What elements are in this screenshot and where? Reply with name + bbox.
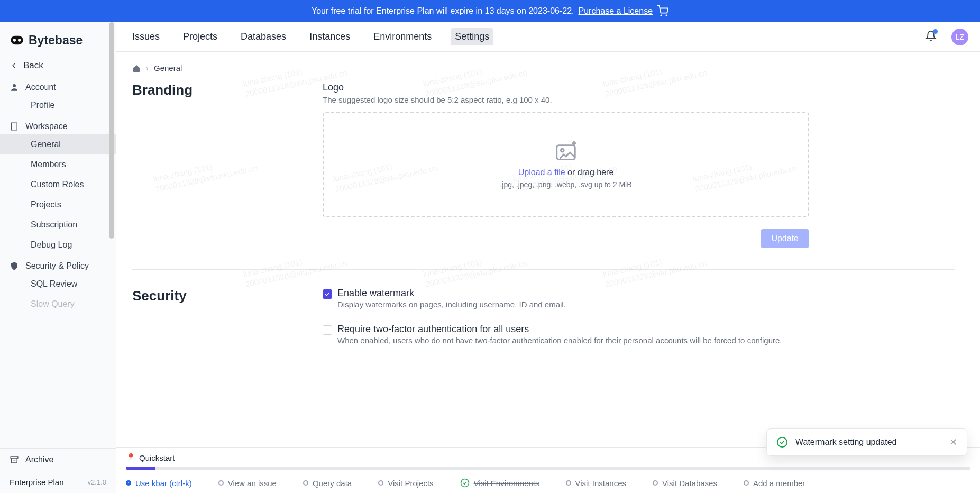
- sidebar-item-profile[interactable]: Profile: [0, 95, 116, 115]
- twofa-help: When enabled, users who do not have two-…: [337, 336, 782, 345]
- trial-text: Your free trial for Enterprise Plan will…: [312, 6, 574, 16]
- bytebase-logo-icon: [10, 33, 24, 48]
- quickstart-title: Quickstart: [139, 453, 175, 462]
- trial-banner: Your free trial for Enterprise Plan will…: [0, 0, 980, 22]
- svg-point-3: [13, 39, 16, 41]
- sidebar-section-account[interactable]: Account: [0, 76, 116, 95]
- svg-point-4: [18, 39, 21, 41]
- notification-dot-icon: [933, 29, 938, 34]
- sidebar-item-members[interactable]: Members: [0, 154, 116, 175]
- building-icon: [10, 122, 19, 131]
- topnav-instances[interactable]: Instances: [305, 28, 354, 45]
- breadcrumb: › General: [132, 63, 955, 72]
- security-heading: Security: [132, 288, 291, 304]
- shield-icon: [10, 261, 19, 271]
- logo-dropzone[interactable]: Upload a file or drag here .jpg, .jpeg, …: [323, 112, 809, 217]
- sidebar: Bytebase Back Account Profile Workspace …: [0, 22, 116, 493]
- dropzone-text: Upload a file or drag here: [518, 168, 614, 177]
- svg-point-1: [666, 15, 667, 16]
- user-icon: [10, 83, 19, 92]
- breadcrumb-current: General: [154, 63, 182, 72]
- sidebar-scrollbar[interactable]: [108, 22, 115, 493]
- qs-view-issue[interactable]: View an issue: [218, 479, 277, 488]
- svg-rect-6: [12, 123, 17, 130]
- enable-watermark-checkbox[interactable]: [323, 289, 332, 299]
- topnav-environments[interactable]: Environments: [369, 28, 436, 45]
- topnav-settings[interactable]: Settings: [451, 28, 493, 45]
- require-2fa-checkbox[interactable]: [323, 325, 332, 335]
- check-circle-icon: [460, 478, 470, 488]
- archive-icon: [10, 455, 19, 464]
- sidebar-section-workspace[interactable]: Workspace: [0, 115, 116, 134]
- sidebar-item-slow-query[interactable]: Slow Query: [0, 294, 116, 314]
- notifications-button[interactable]: [925, 30, 937, 44]
- image-upload-icon: [554, 140, 578, 165]
- sidebar-item-projects[interactable]: Projects: [0, 195, 116, 215]
- version: v2.1.0: [88, 478, 106, 486]
- branding-section: Branding Logo The suggested logo size sh…: [132, 82, 955, 269]
- svg-point-14: [561, 149, 564, 152]
- toast-message: Watermark setting updated: [795, 437, 897, 447]
- svg-point-18: [777, 437, 787, 447]
- home-icon[interactable]: [132, 64, 141, 72]
- qs-visit-instances[interactable]: Visit Instances: [566, 479, 626, 488]
- svg-point-0: [661, 15, 662, 16]
- svg-rect-2: [11, 36, 23, 44]
- toast: Watermark setting updated ✕: [766, 428, 967, 456]
- topnav-issues[interactable]: Issues: [128, 28, 164, 45]
- logo[interactable]: Bytebase: [0, 22, 116, 55]
- topnav-databases[interactable]: Databases: [236, 28, 290, 45]
- twofa-label: Require two-factor authentication for al…: [337, 324, 782, 335]
- sidebar-item-custom-roles[interactable]: Custom Roles: [0, 175, 116, 195]
- chevron-left-icon: [10, 61, 18, 70]
- back-button[interactable]: Back: [0, 55, 116, 76]
- watermark-help: Display watermarks on pages, including u…: [337, 300, 566, 309]
- plan-row[interactable]: Enterprise Plan v2.1.0: [0, 471, 116, 493]
- upload-file-link[interactable]: Upload a file: [518, 168, 565, 177]
- sidebar-section-security[interactable]: Security & Policy: [0, 255, 116, 274]
- update-button[interactable]: Update: [761, 229, 809, 248]
- branding-heading: Branding: [132, 82, 291, 98]
- svg-point-5: [13, 84, 16, 87]
- chevron-right-icon: ›: [146, 63, 149, 72]
- check-icon: [324, 291, 331, 297]
- plan-name: Enterprise Plan: [10, 478, 64, 487]
- pin-icon: 📍: [126, 453, 136, 462]
- sidebar-item-general[interactable]: General: [0, 134, 116, 154]
- qs-visit-databases[interactable]: Visit Databases: [653, 479, 717, 488]
- logo-text: Bytebase: [29, 33, 83, 48]
- qs-use-kbar[interactable]: Use kbar (ctrl-k): [126, 479, 192, 488]
- success-icon: [776, 436, 788, 448]
- back-label: Back: [23, 60, 43, 71]
- sidebar-item-subscription[interactable]: Subscription: [0, 215, 116, 235]
- logo-label: Logo: [323, 82, 809, 93]
- qs-visit-projects[interactable]: Visit Projects: [378, 479, 433, 488]
- dropzone-formats: .jpg, .jpeg, .png, .webp, .svg up to 2 M…: [500, 180, 631, 189]
- toast-close-button[interactable]: ✕: [949, 436, 957, 448]
- quickstart-progress: [126, 467, 970, 470]
- qs-add-member[interactable]: Add a member: [744, 479, 805, 488]
- watermark-label: Enable watermark: [337, 288, 566, 299]
- quickstart-items: Use kbar (ctrl-k) View an issue Query da…: [116, 473, 980, 493]
- svg-rect-11: [11, 457, 18, 458]
- sidebar-item-debug-log[interactable]: Debug Log: [0, 235, 116, 255]
- topbar: Issues Projects Databases Instances Envi…: [116, 22, 980, 52]
- sidebar-archive[interactable]: Archive: [0, 448, 116, 471]
- logo-help: The suggested logo size should be 5:2 as…: [323, 95, 809, 104]
- topnav-projects[interactable]: Projects: [179, 28, 222, 45]
- purchase-license-link[interactable]: Purchase a License: [579, 6, 653, 16]
- cart-icon: [657, 5, 668, 17]
- content-area: luna-zhang (101)2000011328@stu.pku.edu.c…: [116, 52, 980, 447]
- avatar[interactable]: LZ: [951, 29, 968, 45]
- sidebar-item-sql-review[interactable]: SQL Review: [0, 274, 116, 294]
- qs-visit-environments[interactable]: Visit Environments: [460, 478, 539, 488]
- qs-query-data[interactable]: Query data: [303, 479, 352, 488]
- security-section: Security Enable watermark Display waterm…: [132, 269, 955, 366]
- svg-point-17: [461, 479, 469, 487]
